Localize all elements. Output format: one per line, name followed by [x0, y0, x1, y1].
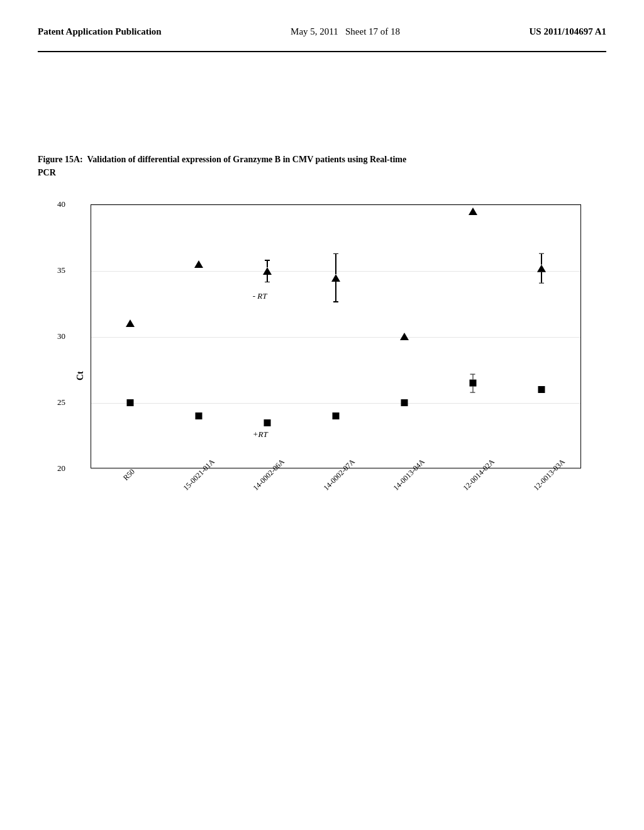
error-line-bottom	[267, 275, 268, 282]
grid-line	[91, 469, 580, 470]
square-icon	[127, 399, 134, 406]
page: Patent Application Publication May 5, 20…	[0, 0, 644, 830]
y-axis-label: Ct	[75, 204, 86, 534]
rt-plus-label: +RT	[253, 429, 268, 440]
x-axis-labels: R5015-0021-01A14-0002-06A14-0002-07A14-0…	[91, 472, 581, 534]
triangle-data-point	[194, 259, 203, 270]
figure-caption-text: Validation of differential expression of…	[38, 155, 406, 177]
error-line-top	[335, 254, 336, 274]
square-data-point	[333, 411, 340, 422]
grid-line	[91, 337, 580, 338]
error-bar-triangle	[263, 260, 272, 282]
rt-minus-label: - RT	[253, 291, 267, 301]
triangle-point	[537, 265, 546, 272]
header-sheet: Sheet 17 of 18	[345, 26, 400, 36]
triangle-icon	[400, 333, 409, 340]
header-date-text: May 5, 2011	[291, 26, 338, 36]
chart-area: Ct 4035302520 - RT+RT R5015-0021-01A14-0…	[75, 204, 581, 534]
y-tick-label: 35	[57, 265, 65, 275]
grid-line	[91, 403, 580, 404]
x-label-item: R50	[91, 472, 160, 534]
square-icon	[264, 419, 271, 426]
x-label-item: 15-0021-01A	[160, 472, 230, 534]
error-line-bottom	[335, 282, 336, 302]
x-label-item: 14-0013-04A	[371, 472, 441, 534]
grid-line	[91, 205, 580, 206]
square-point	[469, 380, 476, 387]
square-data-point	[196, 411, 203, 422]
triangle-data-point	[126, 318, 135, 329]
triangle-point	[263, 267, 272, 275]
chart-box: - RT+RT	[91, 204, 581, 468]
square-data-point	[538, 384, 545, 396]
error-line-top	[267, 261, 268, 268]
y-tick-label: 40	[57, 199, 65, 209]
square-icon	[196, 412, 203, 419]
x-label-item: 12-0013-03A	[511, 472, 581, 534]
chart-container: 4035302520 - RT+RT R5015-0021-01A14-0002…	[91, 204, 581, 534]
square-data-point	[127, 397, 134, 409]
x-label-item: 14-0002-06A	[231, 472, 301, 534]
triangle-point	[331, 274, 340, 282]
error-bar-triangle	[331, 253, 340, 302]
triangle-icon	[194, 260, 203, 268]
square-icon	[538, 386, 545, 393]
error-bar-square	[469, 374, 476, 393]
figure-caption: Figure 15A: Validation of differential e…	[38, 153, 415, 179]
x-label-item: 12-0014-02A	[441, 472, 511, 534]
error-cap-bottom	[265, 282, 270, 283]
figure-label: Figure 15A:	[38, 155, 83, 164]
y-tick-label: 30	[57, 331, 65, 341]
x-label-item: 14-0002-07A	[301, 472, 370, 534]
header-publication-label: Patent Application Publication	[38, 25, 162, 38]
square-icon	[333, 412, 340, 419]
page-header: Patent Application Publication May 5, 20…	[38, 25, 606, 45]
triangle-data-point	[469, 206, 477, 218]
y-tick-label: 25	[57, 397, 65, 407]
header-date: May 5, 2011 Sheet 17 of 18	[291, 25, 400, 38]
triangle-icon	[126, 319, 135, 327]
error-line-top	[541, 254, 542, 265]
header-patent-number: US 2011/104697 A1	[529, 25, 606, 38]
error-cap-bottom	[333, 301, 338, 302]
triangle-icon	[469, 208, 477, 215]
error-line-bottom	[541, 272, 542, 283]
error-cap-bottom	[470, 392, 475, 393]
header-divider	[38, 51, 606, 52]
error-cap-bottom	[539, 283, 544, 284]
error-bar-triangle	[537, 253, 546, 284]
square-icon	[401, 399, 408, 406]
square-data-point	[264, 418, 271, 429]
error-line-bottom	[472, 387, 474, 392]
triangle-data-point	[400, 331, 409, 343]
error-line-top	[472, 375, 474, 380]
square-data-point	[401, 397, 408, 409]
y-tick-label: 20	[57, 463, 65, 473]
